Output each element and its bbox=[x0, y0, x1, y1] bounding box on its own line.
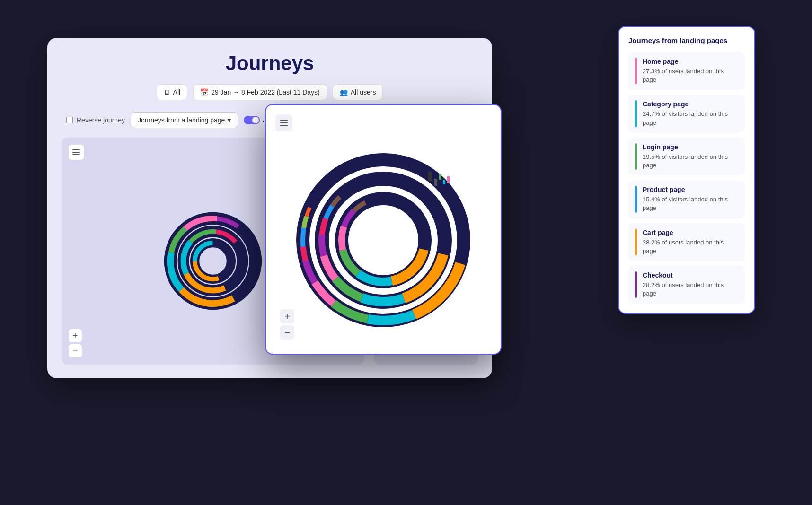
reverse-journey-toggle[interactable]: Reverse journey bbox=[66, 116, 125, 124]
rp-item-cart[interactable]: Cart page 28.2% of users landed on this … bbox=[628, 223, 745, 261]
date-filter[interactable]: 📅 29 Jan → 8 Feb 2022 (Last 11 Days) bbox=[193, 84, 327, 100]
toggle-checkbox[interactable] bbox=[66, 117, 73, 123]
rp-item-category[interactable]: Category page 24.7% of visitors landed o… bbox=[628, 95, 745, 132]
page-title: Journeys bbox=[62, 52, 478, 75]
modal-menu-button[interactable] bbox=[275, 114, 292, 131]
category-page-accent bbox=[635, 100, 637, 127]
modal-chart-area: + − bbox=[275, 136, 491, 344]
svg-rect-42 bbox=[428, 172, 432, 181]
rp-item-product[interactable]: Product page 15.4% of visitors landed on… bbox=[628, 180, 745, 218]
svg-point-41 bbox=[356, 213, 411, 268]
modal-zoom-controls: + − bbox=[280, 309, 294, 340]
svg-rect-44 bbox=[439, 174, 441, 180]
calendar-icon: 📅 bbox=[200, 88, 208, 96]
hamburger-icon bbox=[71, 148, 82, 157]
modal-zoom-out[interactable]: − bbox=[280, 325, 294, 340]
login-page-accent bbox=[635, 143, 637, 170]
bg-zoom-in[interactable]: + bbox=[69, 329, 82, 342]
users-filter[interactable]: 👥 All users bbox=[333, 84, 383, 100]
main-donut-chart bbox=[289, 146, 478, 335]
bg-zoom-controls: + − bbox=[69, 329, 82, 357]
product-page-accent bbox=[635, 186, 637, 212]
svg-rect-43 bbox=[434, 179, 437, 186]
chevron-down-icon: ▾ bbox=[228, 116, 231, 124]
modal-hamburger-icon bbox=[278, 118, 290, 128]
device-icon: 🖥 bbox=[164, 88, 170, 96]
modal-window: + − bbox=[265, 104, 502, 355]
device-filter[interactable]: 🖥 All bbox=[157, 84, 188, 100]
modal-zoom-in[interactable]: + bbox=[280, 309, 294, 323]
filter-bar: 🖥 All 📅 29 Jan → 8 Feb 2022 (Last 11 Day… bbox=[62, 84, 478, 100]
rp-item-checkout[interactable]: Checkout 28.2% of users landed on this p… bbox=[628, 266, 745, 304]
cart-page-accent bbox=[635, 229, 637, 255]
journey-type-dropdown[interactable]: Journeys from a landing page ▾ bbox=[131, 112, 238, 128]
rp-item-home[interactable]: Home page 27.3% of users landed on this … bbox=[628, 52, 745, 90]
right-panel: Journeys from landing pages Home page 27… bbox=[618, 26, 755, 314]
rp-item-login[interactable]: Login page 19.5% of visitors landed on t… bbox=[628, 138, 745, 175]
svg-rect-46 bbox=[447, 176, 450, 183]
bg-zoom-out[interactable]: − bbox=[69, 344, 82, 357]
users-icon: 👥 bbox=[340, 88, 348, 96]
right-panel-title: Journeys from landing pages bbox=[628, 36, 745, 44]
checkout-accent bbox=[635, 271, 637, 298]
svg-rect-45 bbox=[443, 180, 445, 184]
svg-point-14 bbox=[201, 249, 226, 274]
home-page-accent bbox=[635, 58, 637, 84]
chart-menu-button[interactable] bbox=[69, 145, 84, 160]
bg-donut-chart bbox=[156, 204, 270, 318]
